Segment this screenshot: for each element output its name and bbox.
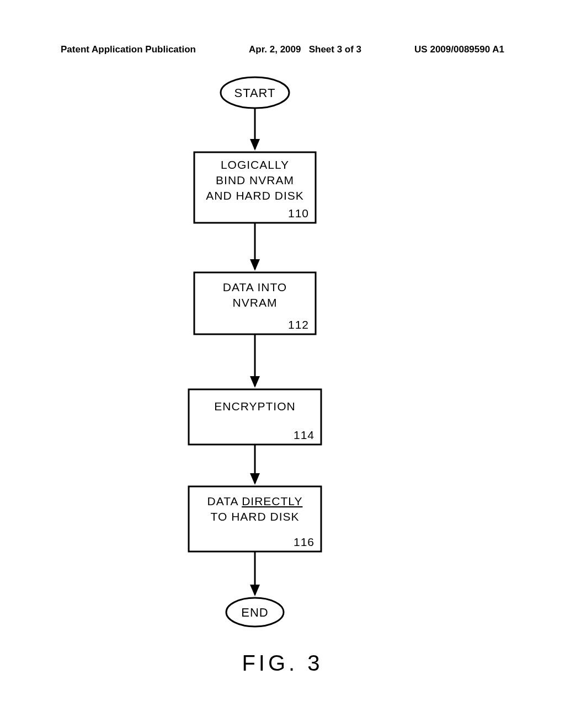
box4-line1b: DIRECTLY xyxy=(242,495,302,507)
box4-line2: TO HARD DISK xyxy=(211,510,300,523)
figure-caption: FIG. 3 xyxy=(0,651,565,676)
box-bind-nvram-harddisk: LOGICALLY BIND NVRAM AND HARD DISK 110 xyxy=(194,152,316,223)
header-left: Patent Application Publication xyxy=(61,44,196,55)
box1-line1: LOGICALLY xyxy=(221,158,289,171)
box2-line2: NVRAM xyxy=(233,296,278,309)
box3-num: 114 xyxy=(294,429,315,441)
box2-line1: DATA INTO xyxy=(223,281,287,293)
box4-line1: DATA DIRECTLY xyxy=(207,495,303,507)
header-right: US 2009/0089590 A1 xyxy=(414,44,504,55)
flowchart: START LOGICALLY BIND NVRAM AND HARD DISK… xyxy=(0,66,565,645)
box1-line3: AND HARD DISK xyxy=(206,189,304,202)
header-center: Apr. 2, 2009 Sheet 3 of 3 xyxy=(249,44,361,55)
end-label: END xyxy=(241,606,268,619)
header-sheet: Sheet 3 of 3 xyxy=(309,44,361,55)
box-data-into-nvram: DATA INTO NVRAM 112 xyxy=(194,272,316,334)
box4-line1a: DATA xyxy=(207,495,242,507)
box1-line2: BIND NVRAM xyxy=(216,174,294,186)
box4-num: 116 xyxy=(294,536,315,548)
box1-num: 110 xyxy=(288,207,309,220)
end-node: END xyxy=(226,598,284,627)
page-header: Patent Application Publication Apr. 2, 2… xyxy=(61,44,504,55)
header-date: Apr. 2, 2009 xyxy=(249,44,301,55)
box3-line1: ENCRYPTION xyxy=(214,400,295,413)
box-data-directly-to-harddisk: DATA DIRECTLY TO HARD DISK 116 xyxy=(189,486,321,552)
start-node: START xyxy=(221,77,289,108)
page: Patent Application Publication Apr. 2, 2… xyxy=(0,0,565,728)
box2-num: 112 xyxy=(288,318,309,331)
box-encryption: ENCRYPTION 114 xyxy=(189,389,321,445)
start-label: START xyxy=(234,86,275,100)
